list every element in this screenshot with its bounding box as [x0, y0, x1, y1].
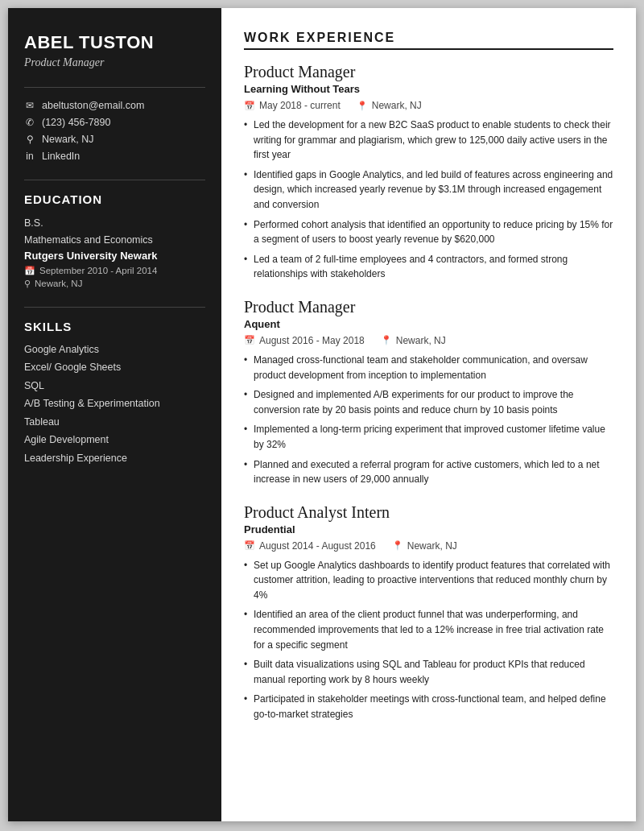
- contact-section: ✉ abeltuston@email.com ✆ (123) 456-7890 …: [24, 87, 205, 162]
- job-title: Product Manager: [244, 298, 613, 316]
- job-location: 📍 Newark, NJ: [357, 100, 422, 111]
- bullet-item: Implemented a long-term pricing experime…: [244, 422, 613, 452]
- phone-icon: ✆: [24, 117, 35, 128]
- edu-field: Mathematics and Economics: [24, 233, 205, 248]
- education-section: EDUCATION B.S. Mathematics and Economics…: [24, 180, 205, 289]
- location-text: Newark, NJ: [42, 134, 94, 145]
- job-company: Aquent: [244, 318, 613, 330]
- email-icon: ✉: [24, 100, 35, 111]
- edu-location: ⚲ Newark, NJ: [24, 279, 205, 289]
- bullet-item: Planned and executed a referral program …: [244, 457, 613, 487]
- job-dates-text: August 2016 - May 2018: [259, 335, 365, 346]
- candidate-name: ABEL TUSTON: [24, 32, 205, 53]
- linkedin-text: LinkedIn: [42, 151, 80, 162]
- job-dates-text: May 2018 - current: [259, 100, 341, 111]
- bullet-item: Identified gaps in Google Analytics, and…: [244, 167, 613, 213]
- job-date: 📅 August 2016 - May 2018: [244, 335, 365, 346]
- location-pin-icon: 📍: [381, 335, 392, 345]
- jobs-list: Product Manager Learning Without Tears 📅…: [244, 63, 613, 722]
- skill-item: A/B Testing & Experimentation: [24, 397, 205, 411]
- job-company: Prudential: [244, 523, 613, 535]
- skill-item: Google Analytics: [24, 343, 205, 358]
- bullet-item: Participated in stakeholder meetings wit…: [244, 692, 613, 721]
- phone-item: ✆ (123) 456-7890: [24, 117, 205, 128]
- job-company: Learning Without Tears: [244, 83, 613, 95]
- job-bullets: Set up Google Analytics dashboards to id…: [244, 558, 613, 722]
- skills-section: SKILLS Google AnalyticsExcel/ Google She…: [24, 307, 205, 466]
- calendar-icon: 📅: [244, 540, 255, 551]
- pin-icon: ⚲: [24, 279, 31, 289]
- job-location: 📍 Newark, NJ: [392, 540, 457, 552]
- location-icon: ⚲: [24, 134, 35, 145]
- resume-container: ABEL TUSTON Product Manager ✉ abeltuston…: [8, 8, 636, 821]
- job-location: 📍 Newark, NJ: [381, 335, 446, 346]
- email-item: ✉ abeltuston@email.com: [24, 100, 205, 111]
- phone-text: (123) 456-7890: [42, 117, 110, 128]
- bullet-item: Identified an area of the client product…: [244, 607, 613, 652]
- job-block: Product Manager Learning Without Tears 📅…: [244, 63, 613, 282]
- job-title: Product Manager: [244, 63, 613, 81]
- job-block: Product Analyst Intern Prudential 📅 Augu…: [244, 503, 613, 722]
- job-meta: 📅 May 2018 - current 📍 Newark, NJ: [244, 100, 613, 111]
- calendar-icon: 📅: [244, 335, 255, 345]
- job-location-text: Newark, NJ: [396, 335, 446, 346]
- linkedin-icon: in: [24, 151, 35, 162]
- location-item: ⚲ Newark, NJ: [24, 134, 205, 145]
- linkedin-item[interactable]: in LinkedIn: [24, 151, 205, 162]
- job-location-text: Newark, NJ: [407, 540, 457, 552]
- skill-item: Excel/ Google Sheets: [24, 361, 205, 375]
- job-title: Product Analyst Intern: [244, 503, 613, 522]
- edu-dates-text: September 2010 - April 2014: [39, 266, 157, 275]
- main-content: WORK EXPERIENCE Product Manager Learning…: [221, 8, 636, 821]
- job-date: 📅 August 2014 - August 2016: [244, 540, 376, 552]
- location-pin-icon: 📍: [392, 540, 403, 551]
- calendar-icon: 📅: [244, 101, 255, 111]
- job-location-text: Newark, NJ: [372, 100, 422, 111]
- calendar-icon: 📅: [24, 266, 35, 276]
- job-bullets: Managed cross-functional team and stakeh…: [244, 353, 613, 487]
- location-pin-icon: 📍: [357, 101, 368, 111]
- sidebar: ABEL TUSTON Product Manager ✉ abeltuston…: [8, 8, 221, 821]
- skill-item: Leadership Experience: [24, 452, 205, 466]
- edu-dates: 📅 September 2010 - April 2014: [24, 266, 205, 276]
- email-text: abeltuston@email.com: [42, 100, 144, 111]
- education-title: EDUCATION: [24, 192, 205, 206]
- skills-title: SKILLS: [24, 320, 205, 333]
- job-meta: 📅 August 2016 - May 2018 📍 Newark, NJ: [244, 335, 613, 346]
- skill-item: Tableau: [24, 416, 205, 430]
- job-date: 📅 May 2018 - current: [244, 100, 341, 111]
- edu-school: Rutgers University Newark: [24, 250, 205, 262]
- skill-item: Agile Development: [24, 433, 205, 448]
- bullet-item: Managed cross-functional team and stakeh…: [244, 353, 613, 382]
- work-experience-header: WORK EXPERIENCE: [244, 31, 613, 50]
- job-meta: 📅 August 2014 - August 2016 📍 Newark, NJ: [244, 540, 613, 552]
- edu-degree: B.S.: [24, 216, 205, 231]
- candidate-title: Product Manager: [24, 56, 205, 69]
- job-block: Product Manager Aquent 📅 August 2016 - M…: [244, 298, 613, 487]
- job-dates-text: August 2014 - August 2016: [259, 540, 376, 552]
- job-bullets: Led the development for a new B2C SaaS p…: [244, 118, 613, 282]
- bullet-item: Designed and implemented A/B experiments…: [244, 387, 613, 417]
- skills-list: Google AnalyticsExcel/ Google SheetsSQLA…: [24, 343, 205, 466]
- skill-item: SQL: [24, 379, 205, 394]
- edu-location-text: Newark, NJ: [35, 279, 82, 288]
- bullet-item: Performed cohort analysis that identifie…: [244, 217, 613, 247]
- bullet-item: Led a team of 2 full-time employees and …: [244, 252, 613, 282]
- bullet-item: Led the development for a new B2C SaaS p…: [244, 118, 613, 163]
- bullet-item: Built data visualizations using SQL and …: [244, 657, 613, 687]
- bullet-item: Set up Google Analytics dashboards to id…: [244, 558, 613, 603]
